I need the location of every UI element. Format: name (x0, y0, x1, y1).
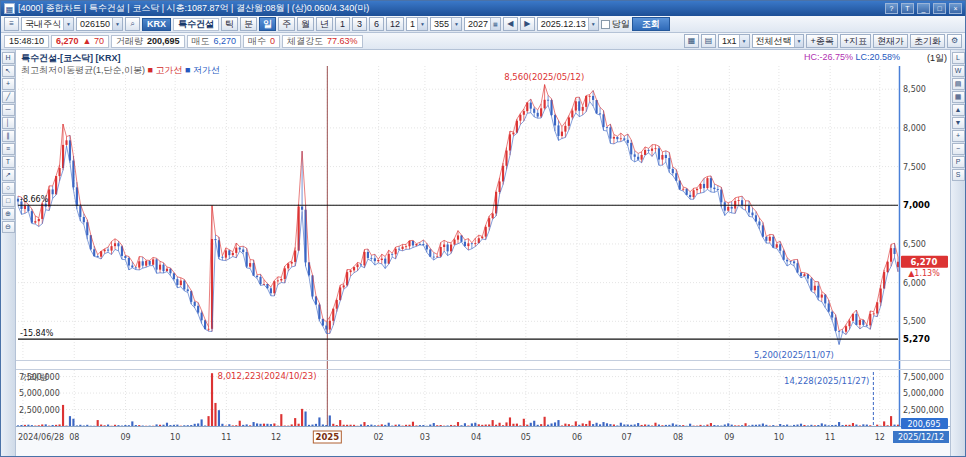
stock-code-input[interactable]: 026150▼ (76, 17, 123, 31)
svg-text:-8.66%: -8.66% (20, 195, 49, 204)
svg-text:07: 07 (622, 433, 632, 442)
market-select[interactable]: 국내주식▼ (21, 17, 74, 31)
range-12-button[interactable]: 12 (386, 17, 404, 31)
market-select-value: 국내주식 (25, 18, 61, 31)
layout-select[interactable]: 1x1▼ (718, 34, 749, 48)
single-chart-icon[interactable]: ▤ (701, 34, 716, 48)
calendar-icon: ▦ (490, 18, 500, 30)
horizontal-line-tool-icon[interactable]: ─ (2, 104, 15, 116)
toolbar-row-2: 15:48:10 6,270▲ 70 거래량200,695 매도6,270 매수… (1, 33, 965, 50)
grid-icon[interactable]: ▦ (952, 91, 965, 103)
chevron-down-icon: ▼ (739, 35, 749, 47)
bar-count-value: 355 (434, 19, 449, 29)
interval-label: (1일) (927, 52, 947, 65)
zoom-out-icon[interactable]: ⊖ (2, 221, 15, 233)
bid-value: 0 (270, 36, 275, 47)
arrow-tool-icon[interactable]: ↗ (2, 169, 15, 181)
next-date-icon[interactable]: ▶ (520, 17, 535, 31)
chevron-down-icon: ▼ (588, 18, 598, 30)
rect-tool-icon[interactable]: □ (2, 195, 15, 207)
bid-display: 매수0 (243, 35, 280, 48)
date-select[interactable]: 2025.12.13▼ (537, 17, 599, 31)
volume-pane-label[interactable]: 거래량 (21, 371, 48, 384)
cursor-tool-icon[interactable]: ↖ (2, 65, 15, 77)
today-checkbox[interactable] (601, 20, 610, 29)
indicator-legend: 최고최저이동평균(1,단순,이봉) ■ 고가선 ■ 저가선 (21, 64, 220, 77)
maximize-button[interactable]: □ (933, 3, 946, 14)
svg-text:5,000,000: 5,000,000 (19, 389, 60, 398)
total-bars-value: 2027 (468, 19, 488, 29)
main-area: H ↖ + ╱ ─ │ ∥ ≡ T ↗ ○ □ ⊕ ⊖ -8.66%7,000-… (1, 50, 965, 456)
trendline-tool-icon[interactable]: ╱ (2, 91, 15, 103)
price-display: 6,270▲ 70 (51, 35, 109, 48)
prev-date-icon[interactable]: ◀ (503, 17, 518, 31)
svg-text:7,500,000: 7,500,000 (903, 373, 944, 382)
volume-label: 거래량 (116, 36, 143, 47)
period-tick-button[interactable]: 틱 (221, 17, 238, 31)
svg-text:06: 06 (572, 433, 582, 442)
period-month-button[interactable]: 월 (297, 17, 314, 31)
price-volume-chart[interactable]: -8.66%7,000-15.84%5,2708,5008,0007,5006,… (16, 50, 950, 456)
crosshair-tool-icon[interactable]: + (2, 78, 15, 90)
fibonacci-tool-icon[interactable]: ≡ (2, 143, 15, 155)
select-all-select[interactable]: 전체선택▼ (752, 34, 805, 48)
remove-pane-icon[interactable]: − (952, 143, 965, 155)
add-pane-icon[interactable]: + (952, 130, 965, 142)
ask-display: 매도6,270 (187, 35, 242, 48)
scroll-down-icon[interactable]: ▼ (952, 117, 965, 129)
text-tool-icon[interactable]: T (2, 156, 15, 168)
search-icon[interactable]: ⌕ (125, 17, 140, 31)
period-minute-button[interactable]: 분 (240, 17, 257, 31)
bar-count-select[interactable]: 355▼ (430, 17, 462, 31)
svg-text:12: 12 (875, 433, 885, 442)
circle-tool-icon[interactable]: ○ (2, 182, 15, 194)
add-stock-button[interactable]: +종목 (806, 34, 837, 48)
scroll-up-icon[interactable]: ▲ (952, 104, 965, 116)
list-button[interactable]: L (952, 52, 965, 64)
period-week-button[interactable]: 주 (278, 17, 295, 31)
range-3-button[interactable]: 3 (352, 17, 367, 31)
minimize-button[interactable]: _ (917, 3, 930, 14)
svg-text:5,000,000: 5,000,000 (903, 389, 944, 398)
period-day-button[interactable]: 일 (259, 17, 276, 31)
menu-icon[interactable]: ≡ (4, 17, 19, 31)
reset-button[interactable]: 초기화 (910, 34, 945, 48)
volume-display: 거래량200,695 (111, 35, 185, 48)
toolbar-row-1: ≡ 국내주식▼ 026150▼ ⌕ KRX 특수건설 틱 분 일 주 월 년 1… (1, 16, 965, 33)
svg-text:8,012,223(2024/10/23): 8,012,223(2024/10/23) (218, 371, 317, 381)
ask-label: 매도 (192, 36, 210, 47)
title-bar: ▦ [4000] 종합차트 | 특수건설 | 코스닥 | 시총:1087.87억… (1, 1, 965, 16)
svg-text:5,200(2025/11/07): 5,200(2025/11/07) (754, 350, 834, 360)
range-1-button[interactable]: 1 (335, 17, 350, 31)
close-button[interactable]: × (949, 3, 962, 14)
help-button[interactable]: ? (885, 3, 898, 14)
watch-button[interactable]: W (952, 65, 965, 77)
total-bars-box[interactable]: 2027▦ (464, 17, 501, 31)
svg-text:09: 09 (120, 433, 130, 442)
range-6-button[interactable]: 6 (369, 17, 384, 31)
svg-text:200,695: 200,695 (907, 420, 940, 429)
time-display: 15:48:10 (4, 35, 49, 48)
hoga-button[interactable]: H (2, 52, 15, 64)
add-indicator-button[interactable]: +지표 (840, 34, 871, 48)
panel-icon[interactable]: ▤ (952, 78, 965, 90)
interval-select[interactable]: 1▼ (406, 17, 428, 31)
svg-text:08: 08 (69, 433, 79, 442)
print-icon[interactable]: P (952, 156, 965, 168)
legend-high-line: 고가선 (155, 65, 182, 75)
period-year-button[interactable]: 년 (316, 17, 333, 31)
vertical-line-tool-icon[interactable]: │ (2, 117, 15, 129)
strength-label: 체결강도 (287, 36, 323, 47)
indicator-name[interactable]: 최고최저이동평균(1,단순,이봉) (21, 65, 145, 75)
current-price-button[interactable]: 현재가 (873, 34, 908, 48)
settings-icon[interactable]: S (952, 169, 965, 181)
parallel-line-tool-icon[interactable]: ∥ (2, 130, 15, 142)
gear-icon[interactable]: ⚙ (947, 34, 962, 48)
search-button[interactable]: 조회 (632, 17, 670, 31)
multi-chart-icon[interactable]: ▦ (684, 34, 699, 48)
topmost-button[interactable]: T (901, 3, 914, 14)
zoom-in-icon[interactable]: ⊕ (2, 208, 15, 220)
chart-area: -8.66%7,000-15.84%5,2708,5008,0007,5006,… (16, 50, 950, 456)
svg-text:08: 08 (673, 433, 683, 442)
svg-text:11: 11 (221, 433, 231, 442)
